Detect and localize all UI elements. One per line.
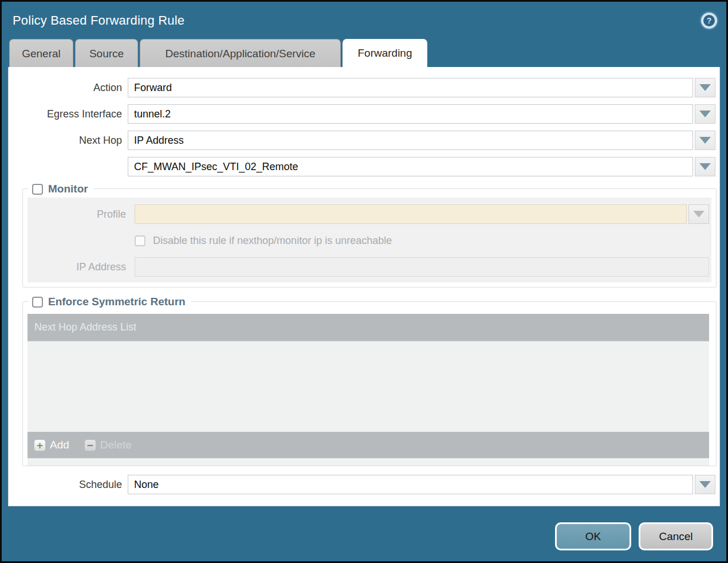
next-hop-type-select[interactable]: IP Address: [128, 131, 693, 150]
monitor-checkbox[interactable]: [32, 184, 43, 195]
action-dropdown-button[interactable]: [695, 78, 715, 97]
next-hop-row: Next Hop IP Address: [9, 131, 719, 150]
help-button[interactable]: ?: [701, 13, 717, 29]
dialog-footer: OK Cancel: [2, 506, 726, 561]
tab-forwarding[interactable]: Forwarding: [343, 39, 427, 67]
question-mark-icon: ?: [703, 15, 715, 26]
action-row: Action Forward: [9, 78, 719, 97]
monitor-legend-label: Monitor: [48, 183, 88, 195]
next-hop-address-select[interactable]: CF_MWAN_IPsec_VTI_02_Remote: [128, 157, 693, 176]
cancel-button[interactable]: Cancel: [639, 522, 713, 550]
tab-source[interactable]: Source: [75, 39, 138, 67]
delete-button-label: Delete: [100, 439, 132, 451]
schedule-label: Schedule: [9, 479, 122, 491]
next-hop-address-list-table: Next Hop Address List + Add − Delete: [27, 314, 709, 466]
monitor-content: Profile Disable this rule if nexthop/mon…: [27, 198, 711, 282]
disable-rule-checkbox: [135, 235, 145, 246]
next-hop-address-list-body[interactable]: [27, 341, 709, 432]
next-hop-type-dropdown-button[interactable]: [695, 131, 715, 150]
forwarding-tab-panel: Action Forward Egress Interface tunnel.2…: [8, 67, 720, 506]
schedule-dropdown-button[interactable]: [695, 475, 715, 494]
pbf-rule-dialog: Policy Based Forwarding Rule ? General S…: [2, 2, 726, 561]
profile-dropdown-button: [688, 204, 709, 224]
enforce-symmetric-return-checkbox[interactable]: [32, 297, 43, 308]
disable-rule-row: Disable this rule if nexthop/monitor ip …: [27, 232, 709, 249]
profile-select: [135, 204, 687, 224]
next-hop-address-list-header: Next Hop Address List: [27, 314, 709, 341]
table-footer-strip: [27, 458, 709, 466]
schedule-select[interactable]: None: [128, 475, 693, 494]
delete-button: − Delete: [84, 439, 132, 451]
schedule-row: Schedule None: [9, 475, 719, 494]
screen: Policy Based Forwarding Rule ? General S…: [0, 0, 728, 563]
chevron-down-icon: [699, 111, 711, 117]
monitor-ip-address-label: IP Address: [27, 261, 126, 273]
esr-legend-label: Enforce Symmetric Return: [48, 296, 186, 308]
monitor-legend: Monitor: [29, 182, 93, 196]
chevron-down-icon: [699, 137, 711, 144]
ok-button[interactable]: OK: [555, 522, 631, 550]
egress-interface-select[interactable]: tunnel.2: [128, 104, 693, 124]
action-select[interactable]: Forward: [128, 78, 693, 97]
chevron-down-icon: [699, 163, 711, 170]
profile-label: Profile: [27, 208, 126, 221]
tab-destination-application-service[interactable]: Destination/Application/Service: [140, 39, 341, 67]
action-label: Action: [9, 82, 122, 94]
dialog-titlebar: Policy Based Forwarding Rule ?: [2, 2, 726, 39]
chevron-down-icon: [699, 84, 711, 91]
minus-icon: −: [84, 439, 96, 451]
chevron-down-icon: [693, 211, 705, 218]
tab-bar: General Source Destination/Application/S…: [9, 39, 726, 67]
plus-icon: +: [34, 439, 46, 451]
tab-general[interactable]: General: [9, 39, 73, 67]
esr-legend: Enforce Symmetric Return: [29, 294, 191, 309]
egress-interface-label: Egress Interface: [9, 108, 122, 120]
monitor-ip-address-input: [135, 257, 709, 277]
monitor-section: Monitor Profile Disable this rule if nex…: [22, 188, 717, 288]
chevron-down-icon: [699, 481, 711, 488]
profile-row: Profile: [27, 204, 709, 224]
egress-interface-dropdown-button[interactable]: [695, 104, 715, 124]
next-hop-address-row: CF_MWAN_IPsec_VTI_02_Remote: [9, 157, 719, 176]
next-hop-address-dropdown-button[interactable]: [695, 157, 715, 176]
next-hop-label: Next Hop: [9, 135, 122, 147]
add-button-label: Add: [50, 439, 69, 451]
egress-interface-row: Egress Interface tunnel.2: [9, 104, 719, 124]
disable-rule-label: Disable this rule if nexthop/monitor ip …: [153, 235, 392, 247]
monitor-ip-address-row: IP Address: [27, 257, 709, 277]
enforce-symmetric-return-section: Enforce Symmetric Return Next Hop Addres…: [22, 301, 717, 466]
table-toolbar: + Add − Delete: [27, 432, 709, 458]
dialog-title: Policy Based Forwarding Rule: [13, 13, 184, 28]
add-button[interactable]: + Add: [34, 439, 69, 451]
